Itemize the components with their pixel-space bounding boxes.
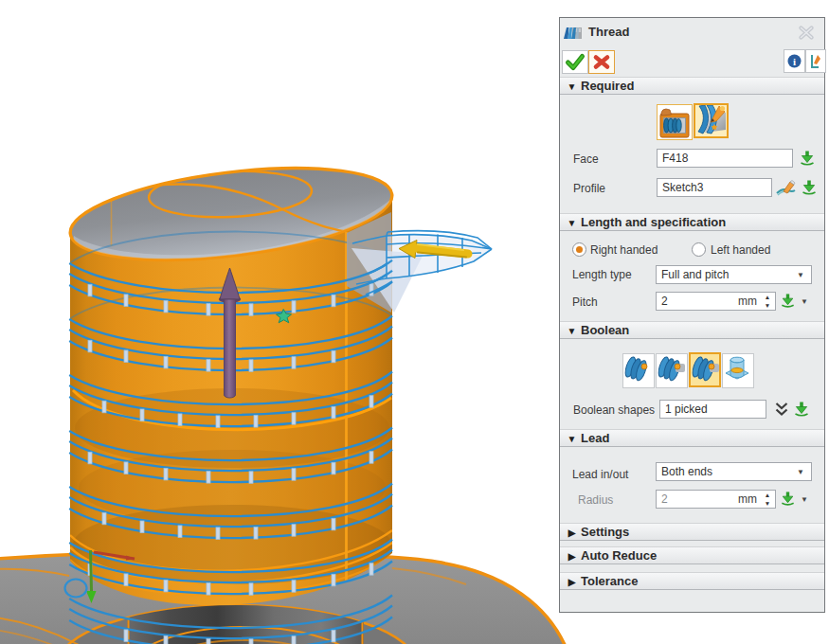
svg-text:i: i	[793, 56, 796, 67]
